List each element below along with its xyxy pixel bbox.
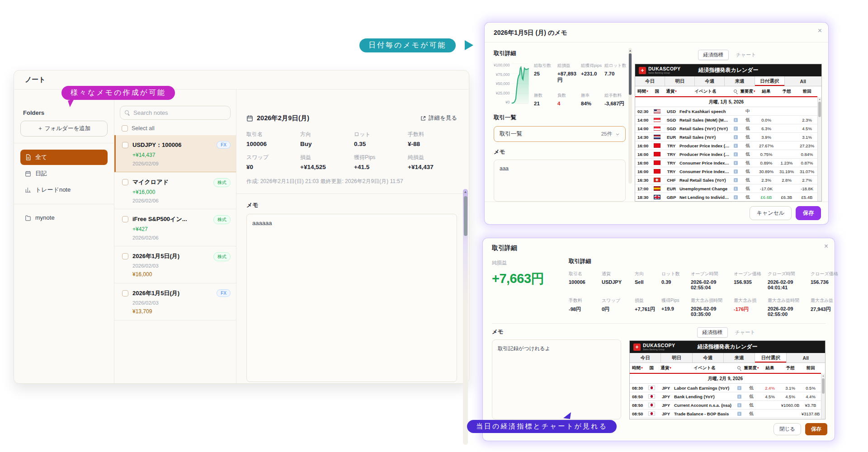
col-importance[interactable]: 重要度▾ — [740, 89, 756, 94]
search-input[interactable] — [133, 109, 226, 116]
col-time[interactable]: 時間▾ — [635, 89, 651, 94]
trade-field-value: USDJPY — [602, 279, 631, 285]
calendar-tab[interactable]: 日付選択 — [755, 76, 785, 86]
info-icon[interactable]: i — [734, 195, 738, 199]
scroll-up-icon[interactable]: ▲ — [463, 189, 468, 195]
trade-list-dropdown[interactable]: 取引一覧 25件 — [494, 126, 626, 142]
calendar-row[interactable]: 02:30USDFed's Kashkari speech中 — [635, 107, 817, 116]
col-importance[interactable]: 重要度▾ — [743, 365, 760, 371]
note-checkbox[interactable] — [122, 216, 128, 222]
info-icon[interactable]: i — [734, 144, 738, 148]
close-button[interactable]: 閉じる — [774, 423, 801, 435]
calendar-tab[interactable]: 今日 — [630, 353, 661, 363]
calendar-tab[interactable]: 明日 — [661, 353, 692, 363]
calendar-tab[interactable]: 今週 — [695, 76, 725, 86]
tab-indicators[interactable]: 経済指標 — [698, 50, 729, 60]
calendar-row[interactable]: 16:00TRYProducer Price Index (MoM)i低0.75… — [635, 150, 817, 159]
memo-textarea[interactable]: aaaaaa — [246, 214, 457, 382]
add-folder-button[interactable]: ＋ フォルダーを追加 — [20, 121, 108, 137]
scrollbar-thumb[interactable] — [629, 53, 632, 95]
calendar-row[interactable]: 16:00TRYConsumer Price Index (YoY)i低30.8… — [635, 167, 817, 176]
event-importance: 低 — [743, 385, 760, 391]
scrollbar-thumb[interactable] — [822, 378, 825, 394]
calendar-tab[interactable]: 来週 — [724, 353, 755, 363]
calendar-row[interactable]: 08:30JPYLabor Cash Earnings (YoY)i低2.4%3… — [630, 384, 821, 392]
memo-modal-header: 2026年1月5日 (月) のメモ × — [485, 23, 828, 42]
scroll-up-icon[interactable]: ▲ — [821, 374, 825, 378]
scroll-up-icon[interactable]: ▲ — [628, 48, 632, 53]
select-all-checkbox[interactable] — [122, 125, 128, 132]
info-icon[interactable]: i — [734, 170, 738, 174]
scrollbar-thumb[interactable] — [464, 196, 467, 236]
stat-field-label: 総手数料 — [604, 93, 626, 99]
calendar-tab[interactable]: 来週 — [725, 76, 755, 86]
tab-chart[interactable]: チャート — [732, 328, 758, 337]
note-checkbox[interactable] — [122, 253, 128, 259]
info-icon[interactable]: i — [734, 135, 738, 139]
calendar-tab-all[interactable]: All — [787, 353, 825, 363]
calendar-tab[interactable]: 日付選択 — [755, 353, 786, 363]
calendar-row[interactable]: 17:00EURUnemployment Changei低-17.0K-18.8… — [635, 184, 817, 193]
info-icon[interactable]: i — [737, 386, 741, 390]
calendar-row[interactable]: 14:00SGDRetail Sales (MoM) (MoM)i低0.0%2.… — [635, 116, 817, 124]
note-list-item[interactable]: マイクロアド株式+¥16,0002026/02/06 — [114, 172, 236, 209]
note-checkbox[interactable] — [122, 142, 128, 148]
calendar-tab-all[interactable]: All — [785, 76, 821, 86]
sidebar-item-mynote[interactable]: mynote — [20, 211, 108, 225]
calendar-row[interactable]: 08:50JPYCurrent Account n.s.a. (nsa)i低¥1… — [630, 401, 821, 410]
info-icon[interactable]: i — [734, 118, 738, 122]
memo-textarea[interactable]: 取引記録がつけれるよ — [492, 339, 621, 419]
calendar-row[interactable]: 16:00TRYProducer Price Index (YoY)i低27.6… — [635, 141, 817, 150]
note-checkbox[interactable] — [122, 290, 128, 297]
tab-chart[interactable]: チャート — [733, 50, 759, 60]
calendar-tab[interactable]: 今日 — [635, 76, 665, 86]
sidebar-item-diary[interactable]: 日記 — [20, 166, 108, 181]
sidebar-item-all[interactable]: 全て — [20, 150, 108, 165]
stat-field: 総手数料-3,687円 — [604, 93, 626, 107]
note-list-item[interactable]: 2026年1月5日(月)株式2026/02/03¥16,000 — [114, 246, 236, 283]
search-icon[interactable] — [734, 89, 738, 94]
trade-field-value: 2026-02-09 02:55:00 — [768, 306, 807, 317]
info-icon[interactable]: i — [734, 178, 738, 182]
calendar-tab[interactable]: 明日 — [665, 76, 695, 86]
info-icon[interactable]: i — [734, 161, 738, 165]
calendar-row[interactable]: 14:00SGDRetail Sales (YoY) (YoY)i低6.3%4.… — [635, 124, 817, 133]
info-icon[interactable]: i — [734, 187, 738, 191]
info-icon[interactable]: i — [734, 127, 738, 131]
info-icon[interactable]: i — [737, 412, 741, 416]
note-list-item[interactable]: 2026年1月5日(月)FX2026/02/03¥13,709 — [114, 283, 236, 320]
close-icon[interactable]: × — [824, 242, 828, 250]
trade-field: クローズ時間2026-02-09 04:01:41 — [768, 271, 807, 290]
col-currency[interactable]: 通貨▾ — [663, 89, 679, 94]
info-icon[interactable]: i — [737, 395, 741, 399]
view-details-link[interactable]: 詳細を見る — [420, 114, 457, 122]
search-box[interactable] — [120, 106, 231, 120]
calendar-row[interactable]: 08:50JPYBank Lending (YoY)i低4.5%4.5%4.4% — [630, 392, 821, 401]
trade-modal-right: 経済指標 チャート +DUKASCOPYSwiss Banking Group経… — [629, 327, 826, 419]
calendar-row[interactable]: 18:30GBPNet Lending to Individu... (MoM)… — [635, 193, 817, 202]
tab-indicators[interactable]: 経済指標 — [697, 327, 728, 338]
calendar-tab[interactable]: 今週 — [693, 353, 724, 363]
calendar-row[interactable]: 16:00TRYConsumer Price Index (MoM)i低0.89… — [635, 159, 817, 167]
memo-textarea[interactable]: aaa — [494, 160, 626, 202]
folders-heading: Folders — [23, 109, 105, 116]
sidebar-item-trade-note[interactable]: トレードnote — [20, 182, 108, 198]
event-forecast: 2.8% — [777, 178, 797, 183]
scrollbar-thumb[interactable] — [818, 102, 821, 117]
calendar-row[interactable]: 16:30CHFReal Retail Sales (YoY)i低2.3%2.8… — [635, 176, 817, 184]
note-checkbox[interactable] — [122, 179, 128, 185]
close-icon[interactable]: × — [818, 27, 822, 35]
save-button[interactable]: 保存 — [796, 206, 821, 220]
col-time[interactable]: 時間▾ — [630, 365, 645, 371]
info-icon[interactable]: i — [734, 152, 738, 156]
note-list-item[interactable]: iFree S&P500イン...株式+¥4272026/02/06 — [114, 209, 236, 246]
info-icon[interactable]: i — [737, 403, 741, 407]
calendar-row[interactable]: 14:30EURRetail Sales (YoY)i低3.9%3.1% — [635, 133, 817, 141]
calendar-row[interactable]: 08:50JPYTrade Balance - BOP Basisi低¥3137… — [630, 410, 821, 418]
col-currency[interactable]: 通貨▾ — [658, 365, 674, 371]
cancel-button[interactable]: キャンセル — [750, 206, 792, 220]
search-icon[interactable] — [737, 366, 741, 370]
note-list-item[interactable]: USDJPY：100006FX+¥14,4372026/02/09 — [114, 135, 236, 172]
save-button[interactable]: 保存 — [805, 423, 827, 435]
scroll-up-icon[interactable]: ▲ — [818, 97, 821, 101]
